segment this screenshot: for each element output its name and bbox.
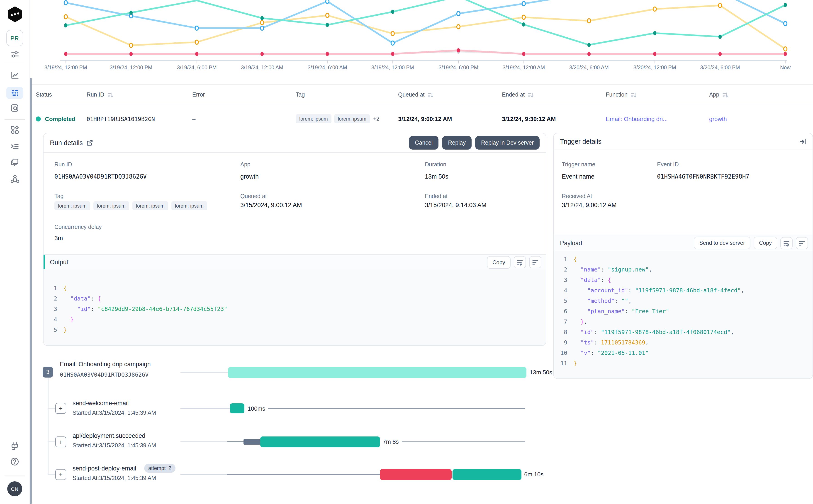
scrollbar-thumb[interactable] (30, 78, 32, 504)
column-header-ended-at[interactable]: Ended at (502, 85, 534, 105)
send-to-dev-server-button[interactable]: Send to dev server (694, 237, 750, 249)
x-axis-tick-label: 3/20/24, 12:00 PM (634, 65, 676, 70)
run-details-panel: Run details Cancel Replay Replay in Dev … (43, 133, 546, 346)
run-table-row[interactable]: Completed 01HRPT19RJSA1019B2GN – lorem: … (32, 105, 813, 132)
trace-extent-line (268, 408, 525, 409)
tag-cell: lorem: ipsumlorem: ipsum+2 (296, 105, 379, 132)
field-label-run-id: Run ID (54, 161, 72, 168)
align-left-button[interactable] (529, 256, 542, 268)
output-header: Output Copy (44, 254, 546, 270)
sort-icon[interactable] (723, 92, 728, 98)
tree-stub (48, 441, 55, 442)
trace-row-title[interactable]: Email: Onboarding drip campaign (60, 361, 151, 368)
trace-connector (180, 441, 227, 442)
expand-step-button[interactable]: + (55, 436, 66, 447)
x-axis-tick-label: 3/19/24, 6:00 PM (439, 65, 478, 70)
code-line: 10 "v": "2021-05-11.01" (554, 348, 813, 358)
align-left-button[interactable] (796, 237, 808, 249)
field-value-trigger-name: Event name (562, 173, 595, 180)
trace-row-started-at: Started At:3/15/2024, 1:45:39 AM (73, 410, 156, 416)
field-value-app[interactable]: growth (240, 173, 259, 180)
x-axis-tick-label: 3/20/24, 6:00 AM (569, 65, 609, 70)
status-dot-icon (36, 116, 41, 121)
payload-copy-button[interactable]: Copy (754, 237, 777, 249)
runs-chart-svg[interactable] (32, 0, 813, 63)
filters-icon[interactable] (0, 50, 29, 59)
trace-row-title[interactable]: send-post-deploy-email (73, 465, 136, 472)
function-span-bar[interactable] (228, 367, 527, 378)
console-icon[interactable] (0, 142, 29, 151)
sidebar-item-runs[interactable] (6, 87, 23, 99)
output-accent-bar (44, 255, 45, 270)
replay-button[interactable]: Replay (442, 136, 472, 150)
dev-server-icon[interactable] (0, 441, 29, 451)
code-line: 3 "data": { (554, 275, 813, 285)
code-line: 9 "ts": 1711051784369, (554, 337, 813, 348)
code-line: 1{ (554, 254, 813, 264)
help-icon[interactable] (0, 457, 29, 466)
expand-step-button[interactable]: + (55, 469, 66, 480)
trace-row-title[interactable]: api/deployment.succeeded (73, 432, 145, 439)
column-header-queued-at[interactable]: Queued at (398, 85, 434, 105)
x-axis-tick-label: 3/20/24, 6:00 PM (700, 65, 740, 70)
align-left-icon (798, 240, 805, 246)
pages-icon[interactable] (0, 158, 29, 167)
queue-line (227, 474, 380, 475)
cancel-button[interactable]: Cancel (409, 136, 439, 150)
expand-step-button[interactable]: + (55, 403, 66, 414)
field-value-concurrency-delay: 3m (54, 235, 63, 242)
function-link[interactable]: Email: Onboarding dri... (606, 115, 668, 122)
inngest-logo[interactable] (0, 5, 29, 24)
tree-stub (48, 408, 55, 409)
trigger-details-title: Trigger details (560, 138, 602, 145)
field-value-duration: 13m 50s (425, 173, 449, 180)
wrap-text-button[interactable] (514, 256, 526, 268)
runs-table: Status Run ID Error Tag Queued at Ended … (32, 84, 813, 133)
x-axis-tick-label: Now (780, 65, 791, 70)
column-header-function[interactable]: Function (606, 85, 637, 105)
column-header-run-id[interactable]: Run ID (87, 85, 113, 105)
sort-icon[interactable] (631, 92, 637, 98)
apps-icon[interactable] (0, 125, 29, 135)
attempt-badge-count: 2 (168, 465, 171, 471)
trace-row-title[interactable]: send-welcome-email (73, 400, 129, 407)
wrap-text-icon (783, 240, 790, 246)
x-axis-tick-label: 3/19/24, 12:00 PM (110, 65, 152, 70)
code-line: 11} (554, 358, 813, 368)
field-value-run-id: 01HS0AA03V04D91RTDQ3J862GV (54, 173, 147, 180)
sort-icon[interactable] (428, 92, 434, 98)
external-link-icon[interactable] (86, 140, 93, 146)
failed-attempt-bar[interactable] (380, 469, 452, 480)
field-label-duration: Duration (425, 161, 447, 168)
column-header-app[interactable]: App (709, 85, 728, 105)
user-avatar[interactable]: CN (7, 481, 22, 496)
search-icon[interactable] (0, 103, 29, 113)
tag-pill: lorem: ipsum (93, 201, 129, 210)
tag-pill: lorem: ipsum (334, 114, 370, 123)
field-value-ended-at: 3/15/2024, 9:14:03 AM (425, 202, 487, 208)
webhook-icon[interactable] (0, 174, 29, 184)
queued-block (243, 439, 260, 445)
payload-header: Payload Send to dev server Copy (554, 235, 813, 251)
replay-dev-server-button[interactable]: Replay in Dev server (475, 136, 540, 150)
span-duration: 6m 10s (524, 471, 544, 478)
attempt-badge-label: attempt (148, 465, 166, 471)
function-step-badge: 3 (43, 367, 53, 378)
tree-line (48, 378, 48, 475)
trace-row-run-id: 01HS0AA03V04D91RTDQ3J862GV (60, 371, 148, 378)
metrics-icon[interactable] (0, 71, 29, 80)
wrap-text-button[interactable] (780, 237, 793, 249)
sort-icon[interactable] (107, 92, 113, 98)
app-link[interactable]: growth (709, 115, 727, 122)
output-copy-button[interactable]: Copy (487, 256, 511, 269)
step-span-bar[interactable] (260, 436, 380, 447)
sort-icon[interactable] (528, 92, 534, 98)
env-badge[interactable]: PR (6, 30, 23, 46)
collapse-panel-icon[interactable] (799, 138, 806, 145)
runs-chart: 3/19/24, 12:00 PM3/19/24, 12:00 PM3/19/2… (32, 0, 813, 76)
avatar-initials: CN (11, 486, 19, 492)
step-span-bar[interactable] (453, 469, 522, 480)
trigger-details-panel: Trigger details Trigger name Event name … (553, 133, 813, 379)
step-span-bar[interactable] (230, 403, 244, 413)
runs-table-header: Status Run ID Error Tag Queued at Ended … (32, 85, 813, 105)
